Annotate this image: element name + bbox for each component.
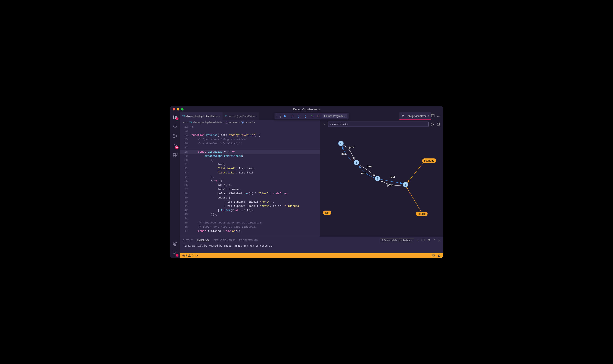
status-debug[interactable] — [195, 254, 198, 257]
tab-label: Debug Visualizer — [406, 115, 426, 117]
play-icon — [195, 254, 198, 257]
step-into-icon[interactable] — [296, 114, 302, 119]
code-line[interactable]: 31 last, — [180, 162, 320, 167]
search-icon[interactable] — [172, 124, 178, 130]
source-control-icon[interactable] — [172, 133, 178, 139]
code-line[interactable]: 39 edges: [ — [180, 196, 320, 200]
split-terminal-icon[interactable] — [421, 238, 424, 242]
code-line[interactable]: 24function reverse(list: DoublyLinkedLis… — [180, 133, 320, 137]
tab-bar: TS demo_doubly-linked-list.ts × TS impor… — [180, 112, 443, 120]
code-line[interactable]: 34 }, — [180, 175, 320, 179]
new-terminal-icon[interactable]: + — [417, 238, 419, 242]
tab-debug-visualizer[interactable]: Debug Visualizer × — [399, 112, 431, 120]
svg-point-17 — [298, 117, 299, 117]
step-out-icon[interactable] — [303, 114, 308, 119]
code-line[interactable]: 47 const finished = new Set(); — [180, 229, 320, 233]
tab-editor-2[interactable]: TS import { getDataExtract — [223, 112, 258, 120]
svg-rect-6 — [173, 154, 175, 155]
extensions-icon[interactable] — [172, 152, 178, 158]
stop-icon[interactable] — [316, 114, 322, 119]
code-line[interactable]: 26 // and enter `visualize()`! — [180, 142, 320, 146]
code-line[interactable]: 25 // Open a new Debug Visualizer — [180, 137, 320, 142]
code-editor[interactable]: src › TS demo_doubly-linked-list.ts › ⬚ … — [180, 120, 320, 237]
tab-editor-1[interactable]: TS demo_doubly-linked-list.ts × — [180, 112, 223, 120]
minimize-window-icon[interactable] — [177, 108, 179, 110]
expand-icon[interactable]: ▸ — [322, 122, 327, 126]
svg-point-12 — [175, 253, 176, 254]
restart-icon[interactable] — [309, 114, 315, 119]
code-line[interactable]: 38 color: finished.has(i) ? "lime" : und… — [180, 192, 320, 196]
visualizer-expression-input[interactable] — [328, 122, 429, 127]
panel-tab-output[interactable]: OUTPUT — [183, 239, 193, 241]
debug-icon[interactable]: 22 — [172, 143, 178, 149]
edge-label: next — [390, 176, 395, 179]
code-line[interactable]: 43 })); — [180, 212, 320, 217]
code-line[interactable]: 32 "list.head": list.head, — [180, 167, 320, 171]
svg-marker-13 — [284, 115, 286, 117]
typescript-icon: TS — [189, 121, 192, 124]
more-icon[interactable]: ⋯ — [437, 114, 440, 118]
svg-line-25 — [403, 116, 404, 116]
explorer-icon[interactable]: 1 — [172, 114, 178, 120]
chevron-down-icon: ⌄ — [411, 239, 413, 241]
code-line[interactable]: 41 { to: i.prev!, label: "prev", color: … — [180, 204, 320, 208]
graph-canvas[interactable]: 4 3 2 1 last list.head list.tail prev ne… — [320, 128, 443, 237]
graph-node[interactable]: 1 — [403, 182, 408, 187]
notifications-icon[interactable] — [438, 254, 441, 257]
kill-terminal-icon[interactable] — [427, 238, 430, 242]
graph-node[interactable]: 2 — [375, 176, 380, 181]
code-line[interactable]: 29 createGraphFromPointers( — [180, 154, 320, 158]
code-line[interactable]: 33 "list.tail": list.tail — [180, 171, 320, 175]
refresh-icon[interactable] — [430, 122, 434, 126]
edge-label: next — [341, 152, 347, 155]
panel-tab-problems[interactable]: PROBLEMS 1 — [239, 239, 258, 241]
code-line[interactable]: 44 — [180, 217, 320, 221]
code-line[interactable]: 45 // Finished nodes have correct pointe… — [180, 221, 320, 225]
code-line[interactable]: 37 label: i.name, — [180, 187, 320, 192]
tab-label: import { getDataExtract — [229, 115, 257, 118]
split-editor-icon[interactable] — [431, 114, 434, 118]
svg-rect-7 — [173, 156, 175, 157]
status-errors[interactable]: 1 0 — [182, 254, 193, 257]
svg-rect-9 — [176, 153, 177, 155]
code-line[interactable]: 42 ].filter(r => !!r.to), — [180, 208, 320, 212]
graph-pointer-label[interactable]: list.tail — [416, 212, 428, 216]
panel-tab-debug-console[interactable]: DEBUG CONSOLE — [214, 239, 235, 241]
drag-handle-icon[interactable]: ⋮⋮ — [276, 114, 282, 119]
settings-icon[interactable]: 1 — [172, 250, 178, 256]
graph-node[interactable]: 4 — [338, 141, 344, 146]
code-line[interactable]: 23 — [180, 129, 320, 133]
breadcrumb[interactable]: src › TS demo_doubly-linked-list.ts › ⬚ … — [180, 120, 320, 125]
maximize-panel-icon[interactable]: ⌃ — [433, 238, 436, 242]
launch-config-dropdown[interactable]: Launch Program ⌄ — [322, 114, 348, 118]
code-line[interactable]: 46 // their next node is also finished. — [180, 225, 320, 229]
breadcrumb-variable: visualize — [246, 121, 255, 124]
code-line[interactable]: 30 { — [180, 158, 320, 162]
code-area[interactable]: 22}2324function reverse(list: DoublyLink… — [180, 125, 320, 237]
terminal-output[interactable]: Terminal will be reused by tasks, press … — [180, 244, 443, 248]
close-icon[interactable]: × — [219, 115, 221, 118]
problems-badge: 1 — [254, 239, 258, 241]
code-line[interactable]: 27 — [180, 146, 320, 150]
account-icon[interactable] — [172, 241, 178, 247]
code-line[interactable]: 22} — [180, 125, 320, 129]
maximize-window-icon[interactable] — [181, 108, 183, 110]
close-window-icon[interactable] — [173, 108, 175, 110]
step-over-icon[interactable] — [289, 114, 295, 119]
feedback-icon[interactable] — [432, 254, 435, 257]
code-line[interactable]: 28 const visualize = () => — [180, 150, 320, 154]
svg-line-1 — [176, 127, 177, 129]
panel-tab-terminal[interactable]: TERMINAL — [197, 238, 209, 242]
variable-icon: [◉] — [241, 121, 245, 124]
close-icon[interactable]: × — [427, 114, 429, 117]
popout-icon[interactable] — [436, 122, 440, 126]
graph-pointer-label[interactable]: last — [323, 210, 331, 215]
code-line[interactable]: 40 { to: i.next!, label: "next" }, — [180, 200, 320, 204]
graph-node[interactable]: 3 — [354, 160, 359, 165]
code-line[interactable]: 36 id: i.id, — [180, 183, 320, 187]
close-panel-icon[interactable]: × — [439, 238, 440, 242]
code-line[interactable]: 35 i => ({ — [180, 179, 320, 183]
terminal-select[interactable]: 3: Task - build - tsconfig.jsor ⌄ — [380, 238, 414, 242]
continue-icon[interactable] — [282, 114, 288, 119]
graph-pointer-label[interactable]: list.head — [422, 158, 436, 163]
